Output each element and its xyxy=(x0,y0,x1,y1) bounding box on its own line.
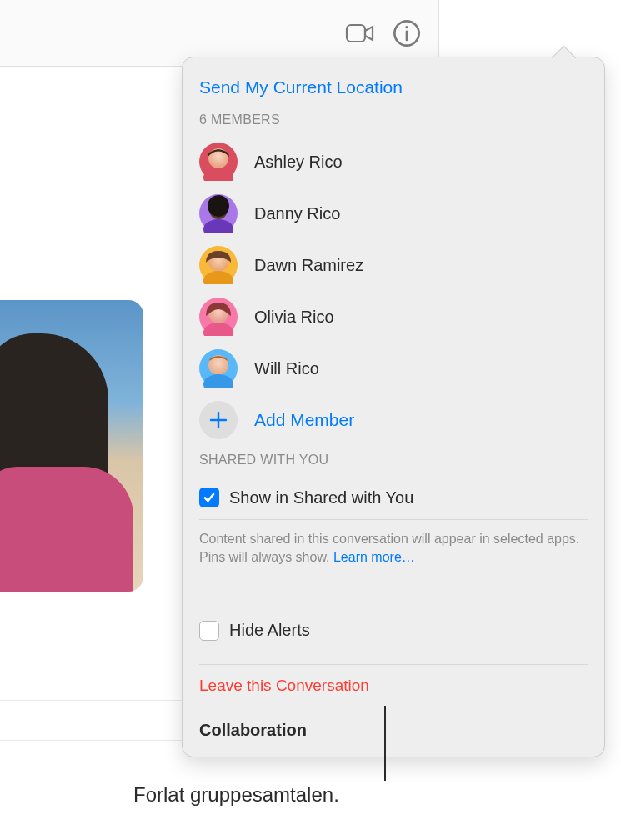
members-header: 6 MEMBERS xyxy=(183,112,604,136)
add-member-button[interactable]: Add Member xyxy=(183,394,604,452)
shared-with-you-header: SHARED WITH YOU xyxy=(183,452,604,476)
member-row[interactable]: Olivia Rico xyxy=(183,291,604,342)
member-row[interactable]: Ashley Rico xyxy=(183,136,604,188)
leave-conversation-button[interactable]: Leave this Conversation xyxy=(183,665,604,707)
facetime-video-icon[interactable] xyxy=(345,18,375,48)
checkbox-checked-icon[interactable] xyxy=(199,488,219,508)
member-name: Dawn Ramirez xyxy=(254,256,363,275)
avatar xyxy=(199,142,238,181)
svg-rect-0 xyxy=(347,25,365,42)
separator xyxy=(0,740,183,741)
svg-point-3 xyxy=(405,26,408,28)
hide-alerts-row[interactable]: Hide Alerts xyxy=(199,614,588,652)
learn-more-link[interactable]: Learn more… xyxy=(333,550,415,564)
checkbox-unchecked-icon[interactable] xyxy=(199,621,219,641)
separator xyxy=(0,700,183,701)
collaboration-section-header[interactable]: Collaboration xyxy=(183,708,604,757)
shared-photo-thumbnail[interactable] xyxy=(0,300,143,592)
send-location-button[interactable]: Send My Current Location xyxy=(183,74,604,112)
member-row[interactable]: Dawn Ramirez xyxy=(183,239,604,291)
add-member-label: Add Member xyxy=(254,410,354,430)
avatar xyxy=(199,298,238,336)
shared-help-text: Content shared in this conversation will… xyxy=(183,520,604,574)
hide-alerts-label: Hide Alerts xyxy=(229,621,310,640)
avatar xyxy=(199,349,238,388)
member-name: Ashley Rico xyxy=(254,152,343,172)
plus-icon xyxy=(199,401,238,439)
info-icon[interactable] xyxy=(392,18,422,48)
callout-leader-line xyxy=(384,706,386,781)
details-popover: Send My Current Location 6 MEMBERS Ashle… xyxy=(182,57,605,758)
avatar xyxy=(199,194,238,232)
conversation-content xyxy=(0,67,179,817)
show-in-shared-row[interactable]: Show in Shared with You xyxy=(199,481,588,519)
member-name: Olivia Rico xyxy=(254,308,334,327)
member-name: Will Rico xyxy=(254,359,319,378)
member-row[interactable]: Will Rico xyxy=(183,342,604,394)
show-in-shared-label: Show in Shared with You xyxy=(229,488,413,508)
callout-caption: Forlat gruppesamtalen. xyxy=(133,783,339,807)
member-name: Danny Rico xyxy=(254,204,340,223)
avatar xyxy=(199,246,238,284)
member-row[interactable]: Danny Rico xyxy=(183,188,604,239)
svg-point-9 xyxy=(208,195,229,217)
